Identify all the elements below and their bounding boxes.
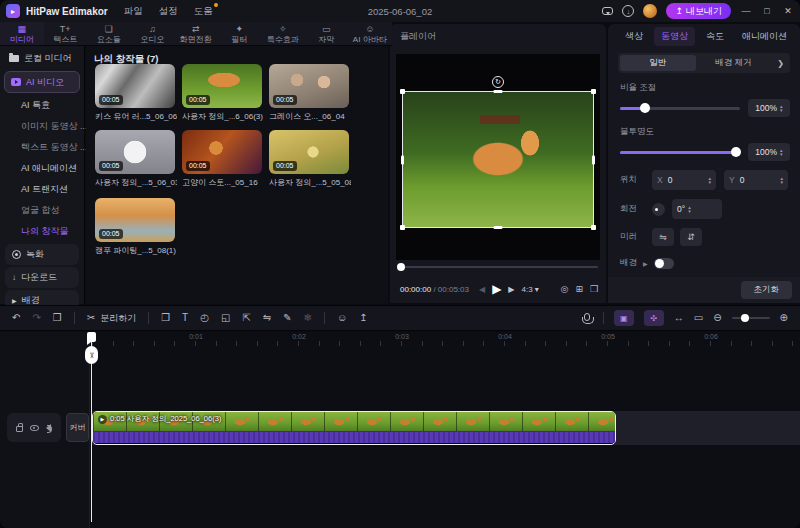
scale-value-box[interactable]: 100% ▴▾ xyxy=(748,99,790,117)
eye-icon[interactable] xyxy=(30,425,39,431)
sidebar-item-ai-video[interactable]: AI 비디오 xyxy=(4,71,80,93)
zoom-in-icon[interactable]: ⊕ xyxy=(780,312,788,324)
stepper[interactable]: ▴▾ xyxy=(688,205,691,213)
opacity-slider[interactable] xyxy=(620,151,740,154)
text-tool-icon[interactable]: T xyxy=(182,312,188,324)
sidebar-item-my-creations[interactable]: 나의 창작물 xyxy=(0,221,84,242)
maximize-button[interactable]: □ xyxy=(761,6,773,16)
subtab-bg-removal[interactable]: 배경 제거 xyxy=(696,55,772,71)
play-button[interactable]: ▶ xyxy=(492,282,501,296)
media-thumbnail[interactable]: 00:05 xyxy=(95,130,175,174)
timeline-ruler[interactable] xyxy=(92,341,800,346)
scale-slider-knob[interactable] xyxy=(640,103,650,113)
mirror-vertical-button[interactable]: ⇵ xyxy=(680,228,702,246)
position-y-input[interactable]: Y0 ▴▾ xyxy=(724,170,788,190)
tab-animation[interactable]: 애니메이션 xyxy=(735,27,794,46)
tab-speed[interactable]: 속도 xyxy=(699,27,731,46)
scale-slider[interactable] xyxy=(620,107,740,110)
media-thumbnail[interactable]: 00:05 xyxy=(95,198,175,242)
speed-tool-icon[interactable]: ◴ xyxy=(200,312,209,324)
frame-export-icon[interactable]: ↥ xyxy=(359,312,367,324)
reset-button[interactable]: 초기화 xyxy=(741,281,793,299)
feedback-icon[interactable] xyxy=(602,7,613,15)
position-x-input[interactable]: X0 ▴▾ xyxy=(652,170,716,190)
lock-icon[interactable] xyxy=(16,426,23,432)
tab-filters[interactable]: ✦필터 xyxy=(218,22,262,45)
stepper[interactable]: ▴▾ xyxy=(708,176,711,184)
delete-icon[interactable]: ❒ xyxy=(53,312,62,324)
crop-tool-icon[interactable]: ◱ xyxy=(221,312,230,324)
preview-canvas[interactable]: ↻ xyxy=(396,54,600,260)
prev-frame-button[interactable]: ◀ xyxy=(479,285,485,294)
tab-ai-avatar[interactable]: ☺AI 아바타 xyxy=(348,22,392,45)
tab-elements[interactable]: ❏요소들 xyxy=(87,22,131,45)
timeline-zoom-slider[interactable] xyxy=(732,317,770,319)
stepper[interactable]: ▴▾ xyxy=(780,148,783,156)
fit-timeline-icon[interactable]: ▭ xyxy=(694,312,703,324)
face-tool-icon[interactable]: ☺ xyxy=(337,312,347,324)
cover-button[interactable]: 커버 xyxy=(66,413,89,442)
media-thumbnail[interactable]: 00:05 xyxy=(269,130,349,174)
tab-media[interactable]: ▦미디어 xyxy=(0,22,44,45)
close-button[interactable]: ✕ xyxy=(782,6,794,16)
resize-handle[interactable] xyxy=(400,225,405,230)
rotate-handle[interactable]: ↻ xyxy=(492,76,504,88)
snapshot-icon[interactable]: ◎ xyxy=(561,284,569,294)
link-clips-icon[interactable]: ↔ xyxy=(674,312,684,324)
zoom-slider-knob[interactable] xyxy=(741,314,749,322)
sidebar-item-local-media[interactable]: 로컬 미디어 xyxy=(0,48,84,69)
next-frame-button[interactable]: ▶ xyxy=(508,285,514,294)
split-label[interactable]: 분리하기 xyxy=(100,312,136,325)
media-item[interactable]: 00:05 키스 유어 러...5_06_06 xyxy=(95,64,175,122)
speaker-icon[interactable] xyxy=(46,424,51,432)
menu-settings[interactable]: 설정 xyxy=(159,5,178,18)
timeline-clip[interactable]: ▶ 0:05 사용자 정의_2025_06_06(3) xyxy=(92,411,616,445)
resize-handle[interactable] xyxy=(400,89,405,94)
microphone-icon[interactable] xyxy=(584,313,590,321)
tab-transitions[interactable]: ⇄화면전환 xyxy=(174,22,218,45)
menu-file[interactable]: 파일 xyxy=(124,5,143,18)
media-item[interactable]: 00:05 캥푸 파이팅_...5_08(1) xyxy=(95,198,175,256)
mask-tool-icon[interactable]: ❒ xyxy=(161,312,170,324)
sidebar-item-text-to-video[interactable]: 텍스트 동영상 ... xyxy=(0,137,84,158)
player-scrubber[interactable] xyxy=(398,266,598,268)
tab-subtitles[interactable]: ▭자막 xyxy=(305,22,349,45)
tab-color[interactable]: 색상 xyxy=(618,27,650,46)
resize-handle[interactable] xyxy=(494,226,503,229)
sidebar-item-record[interactable]: 녹화 xyxy=(5,244,79,265)
tab-audio[interactable]: ♫오디오 xyxy=(131,22,175,45)
video-preview[interactable]: ↻ xyxy=(402,91,594,228)
split-icon[interactable]: ✂ xyxy=(87,312,95,324)
aspect-ratio-select[interactable]: 4:3▾ xyxy=(522,285,539,294)
media-item[interactable]: 00:05 그레이스 오..._06_04 xyxy=(269,64,349,122)
selection-box[interactable]: ↻ xyxy=(402,91,594,228)
stepper[interactable]: ▴▾ xyxy=(780,104,783,112)
download-icon[interactable]: ↓ xyxy=(622,5,634,17)
media-item[interactable]: 00:05 사용자 정의_...6_06(3) xyxy=(182,64,262,122)
brush-tool-icon[interactable]: ✎ xyxy=(283,312,291,324)
minimize-button[interactable]: — xyxy=(740,6,752,16)
resize-handle[interactable] xyxy=(591,225,596,230)
undo-icon[interactable]: ↶ xyxy=(12,312,20,324)
playhead-split-handle[interactable]: ✂ xyxy=(85,346,98,364)
sidebar-item-ai-animation[interactable]: AI 애니메이션 xyxy=(0,158,84,179)
resize-handle[interactable] xyxy=(401,155,404,164)
sidebar-item-face-swap[interactable]: 얼굴 합성 xyxy=(0,200,84,221)
export-button[interactable]: ↥내보내기 xyxy=(666,3,731,19)
sidebar-item-image-to-video[interactable]: 이미지 동영상 ... xyxy=(0,116,84,137)
tab-effects[interactable]: ✧특수효과 xyxy=(261,22,305,45)
freeze-frame-icon[interactable]: ❄ xyxy=(304,312,312,324)
media-thumbnail[interactable]: 00:05 xyxy=(95,64,175,108)
sidebar-item-ai-effects[interactable]: AI 특효 xyxy=(0,95,84,116)
subtab-general[interactable]: 일반 xyxy=(620,55,696,71)
menu-help[interactable]: 도움 xyxy=(194,5,213,18)
chevron-right-icon[interactable]: ❯ xyxy=(771,59,788,68)
mirror-horizontal-button[interactable]: ⇋ xyxy=(652,228,674,246)
avatar[interactable] xyxy=(643,4,657,18)
playhead-flag[interactable] xyxy=(87,332,96,342)
media-item[interactable]: 00:05 사용자 정의_...5_05_08 xyxy=(269,130,349,188)
tab-video-props[interactable]: 동영상 xyxy=(654,27,695,46)
grid-icon[interactable]: ⊞ xyxy=(575,284,583,294)
media-thumbnail[interactable]: 00:05 xyxy=(269,64,349,108)
rotation-dial[interactable] xyxy=(652,203,665,216)
